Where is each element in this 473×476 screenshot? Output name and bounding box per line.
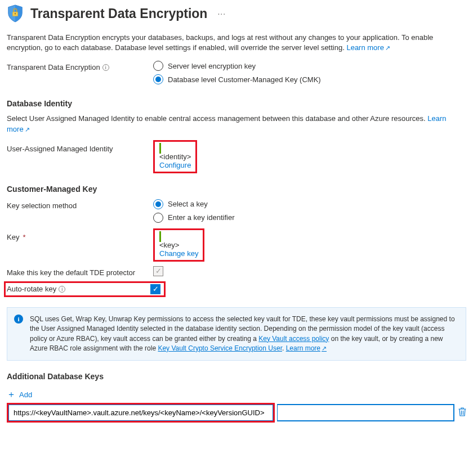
auto-rotate-label: Auto-rotate key xyxy=(7,285,56,293)
page-description: Transparent Data Encryption encrypts you… xyxy=(7,33,466,53)
key-row: Key* <key> Change key xyxy=(7,231,466,262)
highlight-box: <identity> Configure xyxy=(153,140,197,173)
highlight-box: <key> Change key xyxy=(153,228,204,262)
kv-crypto-role-link[interactable]: Key Vault Crypto Service Encryption User xyxy=(158,344,282,352)
external-link-icon: ↗ xyxy=(385,44,390,51)
cmk-heading: Customer-Managed Key xyxy=(7,185,466,194)
svg-point-1 xyxy=(15,13,16,14)
shield-lock-icon xyxy=(7,5,24,23)
svg-text:i: i xyxy=(17,316,19,322)
radio-icon xyxy=(153,213,163,223)
radio-server-level[interactable]: Server level encryption key xyxy=(153,61,466,71)
change-key-link[interactable]: Change key xyxy=(159,249,198,258)
tde-label: Transparent Data Encryption xyxy=(7,63,100,71)
delete-key-button[interactable] xyxy=(458,407,466,419)
highlight-box: Auto-rotate key i ✓ xyxy=(4,281,166,297)
required-indicator: * xyxy=(23,233,25,241)
page-header: Transparent Data Encryption ··· xyxy=(7,5,466,23)
tde-selection-row: Transparent Data Encryption i Server lev… xyxy=(7,61,466,88)
info-panel: i SQL uses Get, Wrap Key, Unwrap Key per… xyxy=(7,307,466,361)
uami-row: User-Assigned Managed Identity <identity… xyxy=(7,142,466,173)
radio-select-key[interactable]: Select a key xyxy=(153,199,466,209)
default-protector-label: Make this key the default TDE protector xyxy=(7,268,135,277)
radio-icon xyxy=(153,199,163,209)
key-value: <key> xyxy=(159,241,198,249)
uami-label: User-Assigned Managed Identity xyxy=(7,145,113,153)
key-label: Key xyxy=(7,233,19,241)
auto-rotate-row: Auto-rotate key i ✓ xyxy=(7,281,466,297)
radio-icon xyxy=(153,61,163,71)
key-url-input-highlighted[interactable] xyxy=(8,405,273,421)
radio-icon xyxy=(153,74,163,84)
radio-enter-identifier[interactable]: Enter a key identifier xyxy=(153,213,466,223)
learn-more-link[interactable]: Learn more↗ xyxy=(286,344,327,352)
default-protector-row: Make this key the default TDE protector … xyxy=(7,266,466,277)
info-icon[interactable]: i xyxy=(102,64,109,71)
key-selection-label: Key selection method xyxy=(7,201,77,210)
plus-icon: ＋ xyxy=(7,389,16,401)
kv-access-policy-link[interactable]: Key Vault access policy xyxy=(258,335,329,343)
info-icon[interactable]: i xyxy=(59,286,65,293)
page-title: Transparent Data Encryption xyxy=(30,6,207,21)
key-url-row xyxy=(7,403,466,423)
info-icon: i xyxy=(14,315,23,324)
learn-more-link[interactable]: Learn more↗ xyxy=(346,43,390,52)
add-key-button[interactable]: ＋ Add xyxy=(7,387,32,403)
more-actions-button[interactable]: ··· xyxy=(214,9,226,18)
external-link-icon: ↗ xyxy=(322,345,327,352)
additional-keys-heading: Additional Database Keys xyxy=(7,372,466,381)
key-url-input[interactable] xyxy=(278,405,454,421)
uami-value: <identity> xyxy=(159,152,191,161)
configure-link[interactable]: Configure xyxy=(159,161,191,169)
highlight-box xyxy=(7,403,275,423)
key-selection-row: Key selection method Select a key Enter … xyxy=(7,199,466,226)
external-link-icon: ↗ xyxy=(25,126,30,133)
auto-rotate-checkbox[interactable]: ✓ xyxy=(150,284,160,294)
database-identity-heading: Database Identity xyxy=(7,99,466,108)
radio-database-cmk[interactable]: Database level Customer-Managed Key (CMK… xyxy=(153,74,466,84)
database-identity-desc: Select User Assigned Managed Identity to… xyxy=(7,114,466,134)
default-protector-checkbox: ✓ xyxy=(153,266,163,276)
